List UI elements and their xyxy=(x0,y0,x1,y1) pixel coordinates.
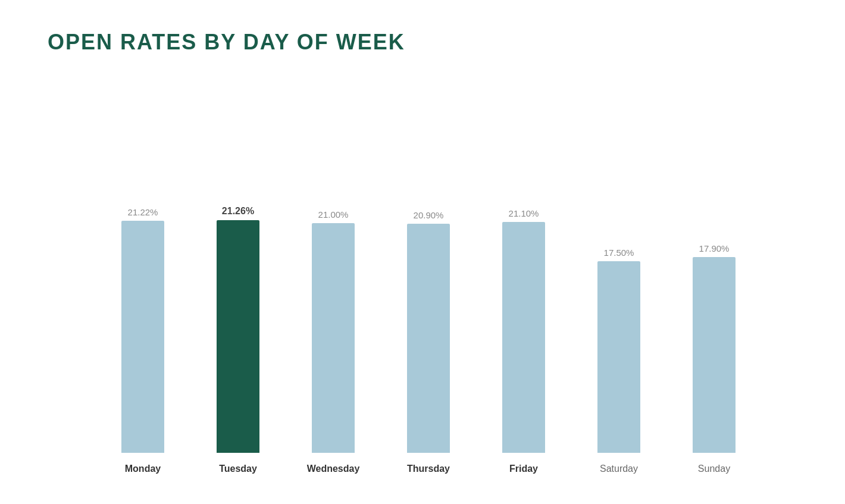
bar-wednesday xyxy=(312,223,355,453)
bar-tuesday xyxy=(217,220,259,453)
bar-group-sunday: 17.90% xyxy=(666,191,762,453)
bar-friday xyxy=(502,222,545,453)
bar-value-wednesday: 21.00% xyxy=(318,209,349,220)
chart-area: 21.22%21.26%21.00%20.90%21.10%17.50%17.9… xyxy=(48,102,797,474)
bar-thursday xyxy=(407,224,450,453)
bar-sunday xyxy=(693,257,736,453)
bar-value-sunday: 17.90% xyxy=(699,243,730,253)
bar-group-tuesday: 21.26% xyxy=(190,191,286,453)
bar-monday xyxy=(121,221,164,453)
bar-group-monday: 21.22% xyxy=(95,191,190,453)
bar-value-saturday: 17.50% xyxy=(604,248,634,258)
bar-group-wednesday: 21.00% xyxy=(286,191,381,453)
day-label-friday: Friday xyxy=(476,464,571,474)
labels-container: MondayTuesdayWednesdayThursdayFridaySatu… xyxy=(95,464,797,474)
bar-value-thursday: 20.90% xyxy=(414,210,444,220)
bar-group-friday: 21.10% xyxy=(476,191,571,453)
day-label-wednesday: Wednesday xyxy=(286,464,381,474)
bar-value-monday: 21.22% xyxy=(128,207,158,217)
day-label-tuesday: Tuesday xyxy=(190,464,286,474)
bar-value-tuesday: 21.26% xyxy=(222,206,254,217)
day-label-saturday: Saturday xyxy=(571,464,666,474)
bar-group-thursday: 20.90% xyxy=(381,191,476,453)
bar-saturday xyxy=(597,261,640,453)
bars-container: 21.22%21.26%21.00%20.90%21.10%17.50%17.9… xyxy=(95,191,797,453)
chart-title: OPEN RATES BY DAY OF WEEK xyxy=(48,30,797,55)
day-label-sunday: Sunday xyxy=(666,464,762,474)
day-label-monday: Monday xyxy=(95,464,190,474)
bar-value-friday: 21.10% xyxy=(509,208,539,218)
bar-group-saturday: 17.50% xyxy=(571,191,666,453)
day-label-thursday: Thursday xyxy=(381,464,476,474)
page: OPEN RATES BY DAY OF WEEK 21.22%21.26%21… xyxy=(0,0,845,504)
